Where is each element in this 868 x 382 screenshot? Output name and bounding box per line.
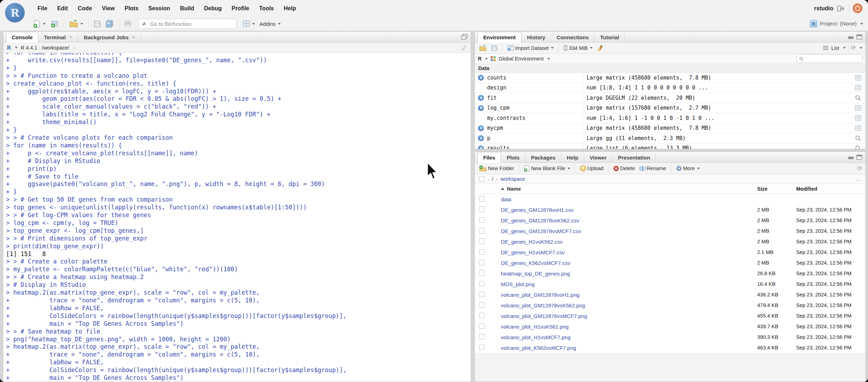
rename-button[interactable]: Rename [638, 164, 667, 172]
clear-environment-broom-icon[interactable] [596, 44, 605, 53]
file-row[interactable]: volcano_plot_GM12878vsH1.png 438.2 KB Se… [475, 289, 866, 300]
breadcrumb-root[interactable]: / [492, 176, 493, 182]
sign-out-icon[interactable] [837, 5, 845, 12]
file-name-link[interactable]: volcano_plot_GM12878vsMCF7.png [501, 313, 757, 319]
new-file-button[interactable] [32, 18, 47, 29]
language-selector[interactable]: R [478, 56, 481, 62]
expand-object-icon[interactable] [478, 145, 484, 149]
more-button[interactable]: More [675, 164, 701, 173]
close-icon[interactable]: ✕ [69, 35, 73, 40]
goto-file-function-box[interactable] [138, 19, 236, 29]
file-name-link[interactable]: volcano_plot_GM12878vsK562.png [501, 302, 757, 308]
file-checkbox[interactable] [479, 270, 485, 276]
environment-object-row[interactable]: mycpm Large matrix (458680 elements, 7.8… [475, 123, 866, 134]
clear-console-broom-icon[interactable] [461, 44, 468, 51]
menu-item[interactable]: Help [279, 5, 301, 12]
chevron-down-icon[interactable] [843, 47, 846, 49]
file-checkbox[interactable] [479, 345, 485, 350]
files-tab[interactable]: Packages [525, 152, 561, 162]
goto-file-function-input[interactable] [149, 21, 233, 27]
file-checkbox[interactable] [479, 196, 485, 202]
breadcrumb-ellipsis[interactable]: ... [856, 176, 861, 182]
minimize-pane-icon[interactable] [848, 34, 854, 39]
environment-object-row[interactable]: design num [1:8, 1:4] 1 1 0 0 0 0 0 0 0 … [475, 83, 866, 93]
file-name-link[interactable]: DE_genes_K562vsMCF7.csv [501, 260, 757, 266]
console-tab[interactable]: Terminal ✕ [38, 32, 78, 42]
load-workspace-button[interactable] [478, 44, 488, 52]
power-button[interactable] [853, 4, 862, 13]
list-view-icon[interactable] [823, 46, 829, 50]
environment-search-box[interactable] [796, 54, 862, 63]
file-checkbox[interactable] [479, 291, 485, 297]
file-checkbox[interactable] [479, 323, 485, 329]
file-checkbox[interactable] [479, 260, 485, 265]
new-blank-file-button[interactable]: New Blank File [522, 164, 571, 173]
files-tab[interactable]: Files [478, 152, 501, 163]
file-row[interactable]: DE_genes_H1vsK562.csv 2 MB Sep 23, 2024,… [475, 236, 866, 247]
menu-item[interactable]: Code [73, 5, 97, 12]
open-file-button[interactable] [68, 19, 84, 29]
environment-object-row[interactable]: log_cpm Large matrix (157680 elements, 2… [475, 103, 866, 114]
print-button[interactable] [123, 19, 133, 28]
file-name-link[interactable]: DE_genes_GM12878vsK562.csv [501, 218, 757, 224]
environment-object-row[interactable]: p Large gg (11 elements, 2.3 MB) [475, 133, 866, 144]
new-folder-button[interactable]: New Folder [478, 164, 515, 173]
file-checkbox[interactable] [479, 302, 485, 308]
file-row[interactable]: MDS_plot.png 16.4 KB Sep 23, 2024, 12:56… [475, 279, 866, 289]
minimize-pane-icon[interactable] [848, 155, 854, 160]
environment-tab[interactable]: Tutorial [594, 32, 625, 42]
file-name-link[interactable]: heatmap_top_DE_genes.png [501, 271, 757, 277]
memory-usage-button[interactable]: 334 MiB [562, 44, 594, 52]
save-all-button[interactable] [104, 19, 115, 29]
menu-item[interactable]: View [97, 5, 120, 12]
expand-object-icon[interactable] [478, 125, 484, 131]
file-row[interactable]: volcano_plot_K562vsMCF7.png 463.4 KB Sep… [475, 342, 866, 353]
save-button[interactable] [92, 19, 102, 29]
environment-object-row[interactable]: results Large list (6 elements, 13.3 MB) [475, 144, 866, 149]
file-checkbox[interactable] [479, 281, 485, 286]
modified-header[interactable]: Modified [796, 186, 866, 192]
file-checkbox[interactable] [479, 313, 485, 318]
file-name-link[interactable]: MDS_plot.png [501, 281, 757, 287]
files-tab[interactable]: Presentation [612, 152, 656, 162]
file-name-link[interactable]: volcano_plot_H1vsMCF7.png [501, 334, 757, 340]
environment-object-row[interactable]: fit Large DGEGLM (22 elements, 20 MB) [475, 93, 866, 103]
file-name-link[interactable]: DE_genes_GM12878vsH1.csv [501, 207, 757, 213]
file-checkbox[interactable] [479, 334, 485, 340]
file-row[interactable]: volcano_plot_GM12878vsK562.png 479.4 KB … [475, 300, 866, 311]
environment-search-input[interactable] [805, 56, 860, 62]
size-header[interactable]: Size [757, 186, 796, 192]
environment-tab[interactable]: History [521, 32, 551, 42]
console-tab[interactable]: Console [6, 32, 38, 42]
menu-item[interactable]: Debug [199, 5, 227, 12]
file-checkbox[interactable] [479, 238, 485, 244]
chevron-down-icon[interactable] [547, 58, 550, 60]
file-checkbox[interactable] [479, 207, 485, 212]
import-dataset-button[interactable]: Import Dataset [506, 44, 555, 52]
file-name-link[interactable]: volcano_plot_H1vsK562.png [501, 324, 757, 330]
console-output[interactable]: > for (name in names(results)) {+ write.… [3, 53, 471, 382]
global-environment-label[interactable]: Global Environment [498, 56, 543, 62]
menu-item[interactable]: Tools [254, 5, 279, 12]
file-row[interactable]: data [475, 194, 866, 204]
expand-object-icon[interactable] [478, 75, 484, 81]
menu-item[interactable]: Build [175, 5, 199, 12]
file-row[interactable]: volcano_plot_H1vsK562.png 439.7 KB Sep 2… [475, 321, 866, 332]
file-row[interactable]: DE_genes_K562vsMCF7.csv 2 MB Sep 23, 202… [475, 257, 866, 268]
maximize-pane-icon[interactable] [856, 34, 862, 40]
chevron-down-icon[interactable] [485, 58, 488, 60]
expand-object-icon[interactable] [478, 95, 484, 101]
menu-item[interactable]: Profile [227, 5, 254, 12]
chevron-down-icon[interactable] [15, 47, 18, 48]
upload-button[interactable]: Upload [579, 164, 605, 173]
file-row[interactable]: heatmap_top_DE_genes.png 26.8 KB Sep 23,… [475, 268, 866, 279]
chevron-down-icon[interactable] [860, 47, 862, 49]
file-name-link[interactable]: data [501, 196, 757, 202]
environment-tab[interactable]: Connections [551, 32, 594, 42]
file-checkbox[interactable] [479, 228, 485, 233]
file-checkbox[interactable] [479, 249, 485, 255]
expand-object-icon[interactable] [478, 135, 484, 141]
restore-panes-icon[interactable] [461, 34, 468, 40]
file-row[interactable]: DE_genes_GM12878vsH1.csv 2 MB Sep 23, 20… [475, 204, 866, 215]
breadcrumb-current[interactable]: workspace [501, 176, 525, 182]
